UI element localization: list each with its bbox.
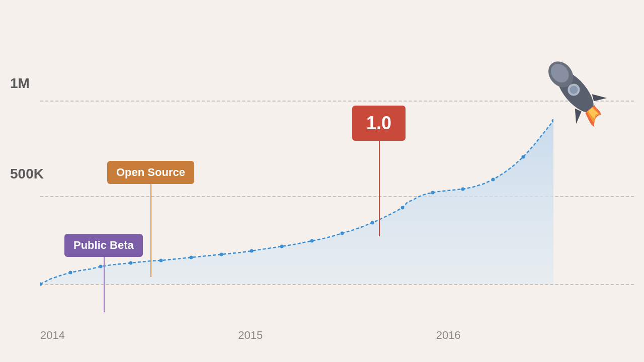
svg-point-4 — [159, 259, 163, 262]
rocket-illustration — [528, 45, 629, 146]
y-label-500k: 500K — [10, 166, 44, 182]
x-label-2015: 2015 — [238, 329, 263, 342]
open-source-line — [150, 184, 151, 277]
svg-point-2 — [99, 265, 103, 268]
svg-point-12 — [401, 206, 405, 210]
svg-point-9 — [310, 239, 314, 243]
x-label-2014: 2014 — [40, 329, 65, 342]
y-label-1m: 1M — [10, 75, 30, 92]
x-labels: 2014 2015 2016 — [40, 329, 634, 342]
svg-point-1 — [69, 271, 72, 275]
svg-point-11 — [371, 221, 374, 225]
svg-point-15 — [492, 178, 495, 182]
public-beta-annotation: Public Beta — [64, 234, 143, 257]
svg-point-16 — [522, 155, 525, 159]
svg-point-10 — [341, 232, 344, 235]
public-beta-line — [104, 257, 105, 312]
version-annotation: 1.0 — [352, 106, 406, 141]
version-line — [379, 141, 380, 236]
svg-point-14 — [461, 188, 465, 191]
svg-point-13 — [431, 191, 435, 195]
open-source-annotation: Open Source — [107, 161, 194, 184]
public-beta-label: Public Beta — [64, 234, 143, 257]
svg-point-5 — [190, 256, 193, 259]
svg-point-8 — [280, 245, 284, 248]
version-label: 1.0 — [352, 106, 406, 141]
svg-point-6 — [220, 253, 223, 256]
x-label-2016: 2016 — [436, 329, 461, 342]
svg-point-7 — [250, 249, 254, 253]
open-source-label: Open Source — [107, 161, 194, 184]
svg-point-3 — [129, 261, 133, 265]
